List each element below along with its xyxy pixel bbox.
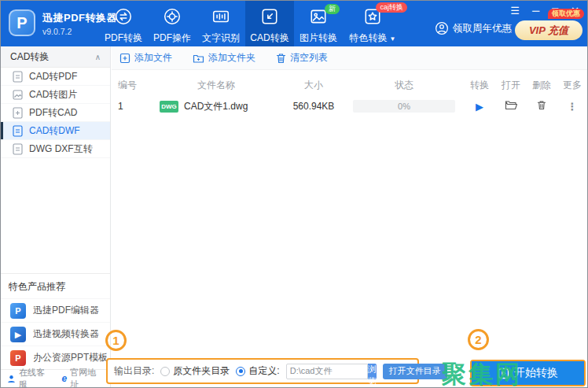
ppt-templates-icon: P [10,350,26,366]
chevron-down-icon: ▼ [390,35,396,42]
status-cell: 0% [345,100,463,113]
delete-button[interactable] [537,102,546,113]
anniversary-promo-link[interactable]: 领取周年优惠 [435,21,512,35]
sidebar-item-cad-to-dwf[interactable]: CAD转DWF [1,122,110,140]
document-icon [13,143,23,155]
col-number: 编号 [112,79,150,92]
nav-tab-pdf-operate[interactable]: PDF操作 [148,1,197,46]
nav-tab-pdf-convert[interactable]: PDF转换 [99,1,148,46]
sidebar-footer: 在线客服 e 官网地址 [1,369,110,387]
product-label: 迅捷PDF编辑器 [33,304,99,317]
app-window: P 迅捷PDF转换器 v9.0.7.2 PDF转换 PDF操作 [0,0,588,388]
add-file-icon [119,53,130,64]
app-logo-icon: P [9,9,35,36]
ocr-icon [211,7,230,26]
browse-button[interactable]: 浏览 [368,364,377,379]
nav-tab-cad-convert[interactable]: CAD转换 [245,1,294,46]
sidebar-group-cad-convert[interactable]: CAD转换 ∧ [1,46,110,68]
convert-play-button[interactable]: ▶ [476,101,483,113]
vip-recharge-button[interactable]: VIP 充值 领取优惠 [515,20,582,40]
open-folder-button[interactable] [505,102,517,113]
sidebar-item-pdf-to-cad[interactable]: PDF转CAD [1,104,110,122]
annotation-step-2: 2 [468,329,489,350]
main-nav: PDF转换 PDF操作 文字识别 CAD转换 新 [99,1,402,46]
col-open: 打开 [496,79,526,92]
nav-tab-ocr[interactable]: 文字识别 [197,1,245,46]
nav-label: PDF操作 [148,31,197,45]
radio-custom-folder[interactable]: 自定义: [236,364,279,378]
start-convert-icon [498,368,509,379]
sidebar: CAD转换 ∧ CAD转PDF CAD转图片 PDF转CAD CAD转DWF D… [1,46,111,387]
annotation-step-1: 1 [105,330,127,351]
minimize-icon[interactable]: ─ [532,6,539,17]
product-pdf-editor[interactable]: P 迅捷PDF编辑器 [1,298,110,322]
start-convert-button[interactable]: 开始转换 [472,361,584,385]
radio-original-folder[interactable]: 原文件夹目录 [160,364,230,378]
radio-unselected-icon [160,367,170,376]
nav-label: 特色转换▼ [343,31,402,45]
add-file-button[interactable]: 添加文件 [119,51,172,65]
file-size: 560.94KB [282,101,345,112]
output-directory-panel: 输出目录: 原文件夹目录 自定义: 浏览 打开文件目录 [106,358,419,384]
sidebar-item-label: CAD转PDF [29,70,77,83]
row-number: 1 [112,101,150,112]
image-icon [13,89,23,101]
sidebar-item-cad-to-pdf[interactable]: CAD转PDF [1,68,110,86]
nav-tab-special-convert[interactable]: caj转换 特色转换▼ [343,1,402,46]
radio-selected-icon [236,367,245,376]
new-badge: 新 [325,4,340,14]
clear-list-button[interactable]: 清空列表 [276,51,328,65]
user-icon [435,21,449,35]
document-icon [13,125,23,137]
start-highlight-box: 开始转换 [470,360,586,386]
support-person-icon [7,375,16,383]
website-link[interactable]: e 官网地址 [62,367,104,388]
caj-badge: caj转换 [376,2,407,13]
add-folder-button[interactable]: 添加文件夹 [193,51,255,65]
document-icon [13,71,23,83]
sidebar-item-label: PDF转CAD [29,106,77,120]
vip-discount-badge: 领取优惠 [548,9,584,19]
product-ppt-templates[interactable]: P 办公资源PPT模板 [1,346,110,369]
sidebar-item-dwg-dxf[interactable]: DWG DXF互转 [1,140,110,158]
nav-tab-image-convert[interactable]: 新 图片转换 [294,1,343,46]
progress-bar: 0% [353,100,455,113]
chevron-up-icon: ∧ [95,53,101,61]
main-panel: 添加文件 添加文件夹 清空列表 编号 文件名称 大小 状态 转换 打开 删除 更… [112,46,587,387]
sidebar-group-label: CAD转换 [10,50,49,64]
table-header: 编号 文件名称 大小 状态 转换 打开 删除 更多 [112,75,587,95]
col-convert: 转换 [463,79,496,92]
more-options-button[interactable]: ⋮ [568,101,578,113]
nav-label: PDF转换 [99,31,148,45]
header-bar: P 迅捷PDF转换器 v9.0.7.2 PDF转换 PDF操作 [1,1,587,46]
output-path-input[interactable] [286,364,368,379]
promo-label: 领取周年优惠 [453,22,512,35]
product-label: 迅捷视频转换器 [33,327,99,341]
product-video-converter[interactable]: ▶ 迅捷视频转换器 [1,322,110,346]
online-support-link[interactable]: 在线客服 [7,367,53,388]
recommend-title: 特色产品推荐 [1,274,110,298]
col-size: 大小 [282,79,345,92]
output-dir-label: 输出目录: [114,364,154,378]
nav-label: CAD转换 [245,31,294,45]
col-delete: 删除 [526,79,557,92]
dwg-file-icon: DWG [160,101,178,113]
product-label: 办公资源PPT模板 [33,351,108,364]
pdf-editor-icon: P [10,303,26,319]
open-output-dir-button[interactable]: 打开文件目录 [383,364,447,379]
browser-e-icon: e [62,373,68,384]
menu-icon[interactable]: ☰ [510,6,520,17]
cad-convert-icon [260,7,279,26]
sidebar-item-label: CAD转DWF [29,124,80,138]
document-plus-icon [13,107,23,119]
video-converter-icon: ▶ [10,327,26,342]
file-toolbar: 添加文件 添加文件夹 清空列表 [112,46,587,70]
pdf-operate-icon [163,7,182,26]
col-status: 状态 [345,79,463,92]
sidebar-item-label: DWG DXF互转 [29,142,93,156]
nav-label: 图片转换 [294,31,343,45]
col-filename: 文件名称 [150,79,282,92]
col-more: 更多 [557,79,587,92]
sidebar-item-cad-to-image[interactable]: CAD转图片 [1,86,110,104]
file-name: CAD文件1.dwg [184,100,248,113]
